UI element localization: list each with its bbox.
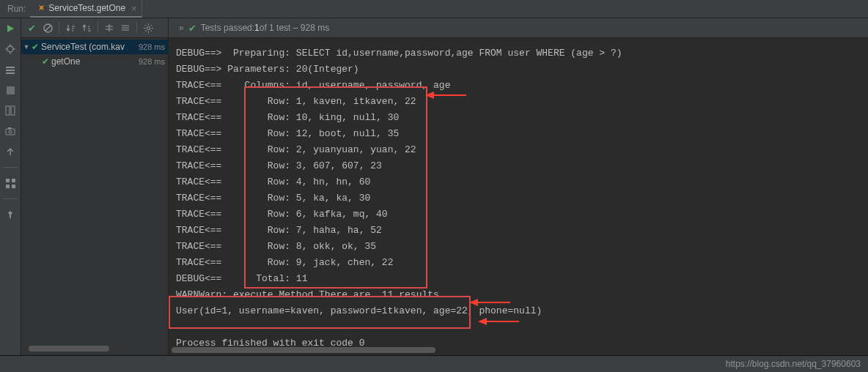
console-line: DEBUG==> Preparing: SELECT id,username,p… xyxy=(169,45,868,62)
console-line: TRACE<== Row: 3, 607, 607, 23 xyxy=(169,158,868,174)
svg-rect-9 xyxy=(6,106,10,115)
console-line: DEBUG<== Total: 11 xyxy=(169,271,868,287)
console-line: TRACE<== Row: 5, ka, ka, 30 xyxy=(169,190,868,207)
cancel-filter-icon[interactable] xyxy=(40,21,55,35)
svg-rect-13 xyxy=(8,127,11,129)
svg-point-12 xyxy=(9,130,12,133)
console-line: TRACE<== Row: 1, kaven, itkaven, 22 xyxy=(169,94,868,110)
svg-rect-14 xyxy=(6,179,10,182)
status-prefix: Tests passed: xyxy=(201,23,254,33)
tree-root-time: 928 ms xyxy=(139,42,165,51)
console-line: TRACE<== Row: 12, boot, null, 35 xyxy=(169,126,868,142)
toolbar-divider xyxy=(136,22,137,34)
test-status-bar: » ✔ Tests passed: 1 of 1 test – 928 ms xyxy=(169,18,868,38)
layout-icon[interactable] xyxy=(4,104,17,117)
svg-rect-10 xyxy=(11,106,15,115)
frames-icon[interactable] xyxy=(4,63,17,76)
tree-child-label: getOne xyxy=(51,56,80,67)
console-line xyxy=(169,319,868,335)
run-label: Run: xyxy=(3,4,30,14)
export-icon[interactable] xyxy=(4,145,17,158)
console-panel: » ✔ Tests passed: 1 of 1 test – 928 ms D… xyxy=(169,18,868,355)
separator xyxy=(3,198,18,199)
svg-point-20 xyxy=(147,26,150,29)
tree-child-time: 928 ms xyxy=(139,57,165,66)
run-tab[interactable]: ✦ ServiceTest.getOne × xyxy=(30,0,141,18)
check-icon: ✔ xyxy=(32,42,39,52)
console-line: TRACE<== Row: 2, yuanyuan, yuan, 22 xyxy=(169,142,868,158)
console-line: TRACE<== Row: 7, haha, ha, 52 xyxy=(169,223,868,239)
gear-icon[interactable] xyxy=(141,21,155,35)
bottom-tool-bar xyxy=(0,355,868,372)
tree-child-row[interactable]: ✔ getOne 928 ms xyxy=(21,54,168,69)
svg-rect-7 xyxy=(6,72,15,74)
stop-icon[interactable] xyxy=(4,83,17,97)
camera-icon[interactable] xyxy=(4,124,17,138)
console-line: WARNWarn: execute Method There are 11 re… xyxy=(169,287,868,303)
top-bar: Run: ✦ ServiceTest.getOne × xyxy=(0,0,868,18)
main-area: ✔ ▼ ✔ xyxy=(0,18,868,355)
tree-toolbar: ✔ xyxy=(21,18,168,38)
console-scrollbar[interactable] xyxy=(169,346,868,354)
debug-icon[interactable] xyxy=(4,42,17,56)
ok-filter-icon[interactable]: ✔ xyxy=(24,21,39,35)
test-tree[interactable]: ▼ ✔ ServiceTest (com.kav 928 ms ✔ getOne… xyxy=(21,38,168,346)
console-line: TRACE<== Row: 6, kafka, mq, 40 xyxy=(169,207,868,223)
console-line: TRACE<== Row: 8, okk, ok, 35 xyxy=(169,239,868,255)
test-tree-panel: ✔ ▼ ✔ xyxy=(21,18,169,355)
check-icon: ✔ xyxy=(42,56,49,67)
console-output[interactable]: DEBUG==> Preparing: SELECT id,username,p… xyxy=(169,38,868,355)
sort-down-icon[interactable] xyxy=(63,21,78,35)
status-rest: of 1 test – 928 ms xyxy=(260,23,329,33)
svg-rect-8 xyxy=(7,86,15,94)
tab-title: ServiceTest.getOne xyxy=(48,3,125,13)
svg-rect-16 xyxy=(6,185,10,188)
svg-rect-6 xyxy=(6,70,15,71)
collapse-all-icon[interactable] xyxy=(118,21,133,35)
svg-rect-5 xyxy=(6,67,15,68)
console-line: TRACE<== Row: 10, king, null, 30 xyxy=(169,110,868,126)
fast-forward-icon[interactable]: » xyxy=(179,23,184,33)
tree-scrollbar[interactable] xyxy=(21,345,168,354)
svg-rect-11 xyxy=(6,129,15,135)
left-gutter xyxy=(0,18,21,355)
grid-icon[interactable] xyxy=(4,176,17,190)
chevron-down-icon[interactable]: ▼ xyxy=(21,43,32,51)
tree-root-label: ServiceTest (com.kav xyxy=(41,42,125,52)
check-icon: ✔ xyxy=(188,23,196,34)
svg-rect-17 xyxy=(12,185,15,188)
status-passed: 1 xyxy=(254,23,260,33)
svg-rect-15 xyxy=(12,179,15,182)
toolbar-divider xyxy=(98,22,98,34)
svg-line-19 xyxy=(45,25,51,31)
separator xyxy=(3,167,18,168)
close-icon[interactable]: × xyxy=(131,3,137,14)
toolbar-divider xyxy=(59,22,59,34)
console-line: TRACE<== Columns: id, username, password… xyxy=(169,78,868,94)
svg-point-0 xyxy=(7,46,13,52)
sort-up-icon[interactable] xyxy=(79,21,94,35)
tree-root-row[interactable]: ▼ ✔ ServiceTest (com.kav 928 ms xyxy=(21,40,168,54)
console-line: TRACE<== Row: 9, jack, chen, 22 xyxy=(169,255,868,271)
play-icon[interactable] xyxy=(4,22,17,35)
console-line: TRACE<== Row: 4, hn, hn, 60 xyxy=(169,174,868,190)
pin-icon[interactable] xyxy=(4,208,17,221)
console-line: DEBUG==> Parameters: 20(Integer) xyxy=(169,62,868,78)
console-line: User(id=1, username=kaven, password=itka… xyxy=(169,303,868,319)
expand-all-icon[interactable] xyxy=(102,21,117,35)
test-icon: ✦ xyxy=(35,2,48,15)
